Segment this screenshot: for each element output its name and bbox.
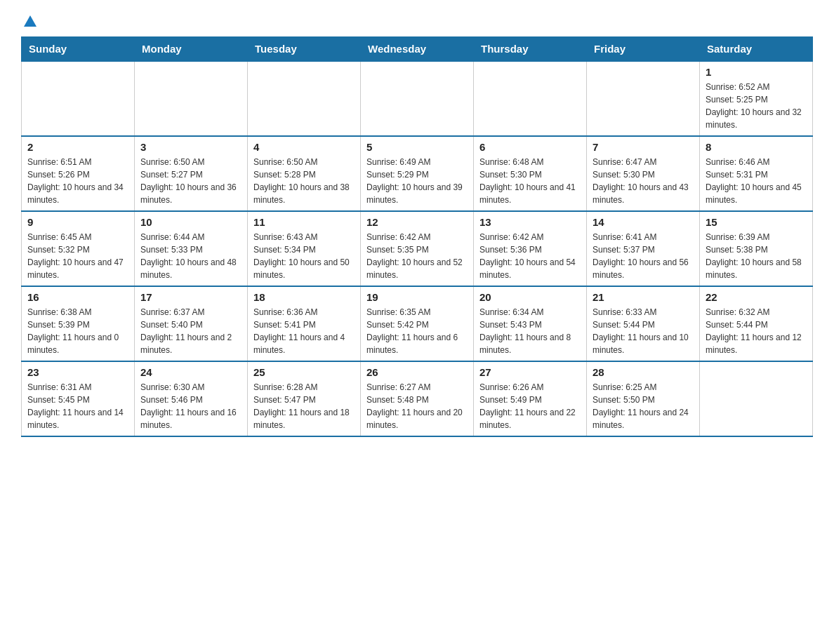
logo-icon	[22, 14, 38, 29]
day-info: Sunrise: 6:28 AMSunset: 5:47 PMDaylight:…	[253, 381, 355, 431]
day-info: Sunrise: 6:50 AMSunset: 5:28 PMDaylight:…	[253, 156, 355, 206]
day-info: Sunrise: 6:45 AMSunset: 5:32 PMDaylight:…	[27, 231, 128, 281]
day-number: 2	[27, 141, 128, 153]
day-number: 16	[27, 291, 128, 303]
day-info: Sunrise: 6:41 AMSunset: 5:37 PMDaylight:…	[593, 231, 694, 281]
calendar-cell: 19Sunrise: 6:35 AMSunset: 5:42 PMDayligh…	[361, 286, 474, 361]
calendar-weekday-sunday: Sunday	[22, 37, 135, 62]
calendar-cell: 10Sunrise: 6:44 AMSunset: 5:33 PMDayligh…	[135, 211, 248, 286]
day-info: Sunrise: 6:38 AMSunset: 5:39 PMDaylight:…	[27, 306, 128, 356]
calendar-cell	[22, 61, 135, 136]
day-number: 27	[479, 366, 581, 378]
calendar-cell: 2Sunrise: 6:51 AMSunset: 5:26 PMDaylight…	[22, 136, 135, 211]
day-info: Sunrise: 6:44 AMSunset: 5:33 PMDaylight:…	[140, 231, 241, 281]
calendar-weekday-saturday: Saturday	[700, 37, 813, 62]
calendar-week-row: 1Sunrise: 6:52 AMSunset: 5:25 PMDaylight…	[22, 61, 813, 136]
day-info: Sunrise: 6:51 AMSunset: 5:26 PMDaylight:…	[27, 156, 128, 206]
day-number: 11	[253, 216, 355, 228]
day-info: Sunrise: 6:34 AMSunset: 5:43 PMDaylight:…	[479, 306, 581, 356]
day-info: Sunrise: 6:52 AMSunset: 5:25 PMDaylight:…	[706, 81, 807, 131]
calendar-cell: 20Sunrise: 6:34 AMSunset: 5:43 PMDayligh…	[474, 286, 587, 361]
calendar-cell	[587, 61, 700, 136]
day-number: 15	[706, 216, 807, 228]
calendar-cell: 6Sunrise: 6:48 AMSunset: 5:30 PMDaylight…	[474, 136, 587, 211]
day-info: Sunrise: 6:42 AMSunset: 5:36 PMDaylight:…	[479, 231, 581, 281]
day-info: Sunrise: 6:32 AMSunset: 5:44 PMDaylight:…	[706, 306, 807, 356]
calendar-cell: 18Sunrise: 6:36 AMSunset: 5:41 PMDayligh…	[248, 286, 361, 361]
calendar-cell: 15Sunrise: 6:39 AMSunset: 5:38 PMDayligh…	[700, 211, 813, 286]
day-info: Sunrise: 6:36 AMSunset: 5:41 PMDaylight:…	[253, 306, 355, 356]
day-info: Sunrise: 6:42 AMSunset: 5:35 PMDaylight:…	[366, 231, 468, 281]
calendar-cell: 28Sunrise: 6:25 AMSunset: 5:50 PMDayligh…	[587, 361, 700, 436]
day-number: 5	[366, 141, 468, 153]
calendar-weekday-thursday: Thursday	[474, 37, 587, 62]
calendar-cell: 25Sunrise: 6:28 AMSunset: 5:47 PMDayligh…	[248, 361, 361, 436]
page-header	[21, 14, 813, 27]
day-number: 21	[593, 291, 694, 303]
day-number: 14	[593, 216, 694, 228]
day-number: 17	[140, 291, 241, 303]
logo	[21, 14, 39, 27]
calendar-header-row: SundayMondayTuesdayWednesdayThursdayFrid…	[22, 37, 813, 62]
calendar-cell: 14Sunrise: 6:41 AMSunset: 5:37 PMDayligh…	[587, 211, 700, 286]
calendar-cell	[361, 61, 474, 136]
calendar-week-row: 2Sunrise: 6:51 AMSunset: 5:26 PMDaylight…	[22, 136, 813, 211]
calendar-cell: 17Sunrise: 6:37 AMSunset: 5:40 PMDayligh…	[135, 286, 248, 361]
day-info: Sunrise: 6:27 AMSunset: 5:48 PMDaylight:…	[366, 381, 468, 431]
day-number: 12	[366, 216, 468, 228]
day-number: 7	[593, 141, 694, 153]
day-number: 23	[27, 366, 128, 378]
day-number: 28	[593, 366, 694, 378]
calendar-cell: 23Sunrise: 6:31 AMSunset: 5:45 PMDayligh…	[22, 361, 135, 436]
day-number: 13	[479, 216, 581, 228]
day-number: 18	[253, 291, 355, 303]
day-number: 4	[253, 141, 355, 153]
calendar-cell: 21Sunrise: 6:33 AMSunset: 5:44 PMDayligh…	[587, 286, 700, 361]
day-info: Sunrise: 6:33 AMSunset: 5:44 PMDaylight:…	[593, 306, 694, 356]
calendar-cell: 27Sunrise: 6:26 AMSunset: 5:49 PMDayligh…	[474, 361, 587, 436]
calendar-cell: 11Sunrise: 6:43 AMSunset: 5:34 PMDayligh…	[248, 211, 361, 286]
calendar-cell: 4Sunrise: 6:50 AMSunset: 5:28 PMDaylight…	[248, 136, 361, 211]
calendar-cell: 13Sunrise: 6:42 AMSunset: 5:36 PMDayligh…	[474, 211, 587, 286]
calendar-weekday-monday: Monday	[135, 37, 248, 62]
calendar-table: SundayMondayTuesdayWednesdayThursdayFrid…	[21, 36, 813, 437]
day-info: Sunrise: 6:30 AMSunset: 5:46 PMDaylight:…	[140, 381, 241, 431]
day-number: 1	[706, 66, 807, 78]
day-number: 20	[479, 291, 581, 303]
calendar-cell	[474, 61, 587, 136]
day-number: 19	[366, 291, 468, 303]
calendar-cell: 9Sunrise: 6:45 AMSunset: 5:32 PMDaylight…	[22, 211, 135, 286]
calendar-cell: 22Sunrise: 6:32 AMSunset: 5:44 PMDayligh…	[700, 286, 813, 361]
calendar-week-row: 23Sunrise: 6:31 AMSunset: 5:45 PMDayligh…	[22, 361, 813, 436]
day-info: Sunrise: 6:31 AMSunset: 5:45 PMDaylight:…	[27, 381, 128, 431]
svg-marker-0	[24, 15, 37, 27]
calendar-cell: 16Sunrise: 6:38 AMSunset: 5:39 PMDayligh…	[22, 286, 135, 361]
calendar-cell: 1Sunrise: 6:52 AMSunset: 5:25 PMDaylight…	[700, 61, 813, 136]
calendar-week-row: 16Sunrise: 6:38 AMSunset: 5:39 PMDayligh…	[22, 286, 813, 361]
calendar-cell: 3Sunrise: 6:50 AMSunset: 5:27 PMDaylight…	[135, 136, 248, 211]
calendar-weekday-tuesday: Tuesday	[248, 37, 361, 62]
day-info: Sunrise: 6:39 AMSunset: 5:38 PMDaylight:…	[706, 231, 807, 281]
day-info: Sunrise: 6:37 AMSunset: 5:40 PMDaylight:…	[140, 306, 241, 356]
calendar-weekday-wednesday: Wednesday	[361, 37, 474, 62]
day-info: Sunrise: 6:26 AMSunset: 5:49 PMDaylight:…	[479, 381, 581, 431]
calendar-cell	[248, 61, 361, 136]
day-info: Sunrise: 6:43 AMSunset: 5:34 PMDaylight:…	[253, 231, 355, 281]
calendar-cell	[135, 61, 248, 136]
calendar-cell: 12Sunrise: 6:42 AMSunset: 5:35 PMDayligh…	[361, 211, 474, 286]
day-number: 25	[253, 366, 355, 378]
day-info: Sunrise: 6:49 AMSunset: 5:29 PMDaylight:…	[366, 156, 468, 206]
calendar-weekday-friday: Friday	[587, 37, 700, 62]
day-number: 9	[27, 216, 128, 228]
day-info: Sunrise: 6:35 AMSunset: 5:42 PMDaylight:…	[366, 306, 468, 356]
day-info: Sunrise: 6:50 AMSunset: 5:27 PMDaylight:…	[140, 156, 241, 206]
day-info: Sunrise: 6:25 AMSunset: 5:50 PMDaylight:…	[593, 381, 694, 431]
calendar-cell: 8Sunrise: 6:46 AMSunset: 5:31 PMDaylight…	[700, 136, 813, 211]
day-number: 3	[140, 141, 241, 153]
day-number: 6	[479, 141, 581, 153]
day-number: 8	[706, 141, 807, 153]
day-info: Sunrise: 6:47 AMSunset: 5:30 PMDaylight:…	[593, 156, 694, 206]
day-number: 10	[140, 216, 241, 228]
day-number: 22	[706, 291, 807, 303]
calendar-cell: 7Sunrise: 6:47 AMSunset: 5:30 PMDaylight…	[587, 136, 700, 211]
